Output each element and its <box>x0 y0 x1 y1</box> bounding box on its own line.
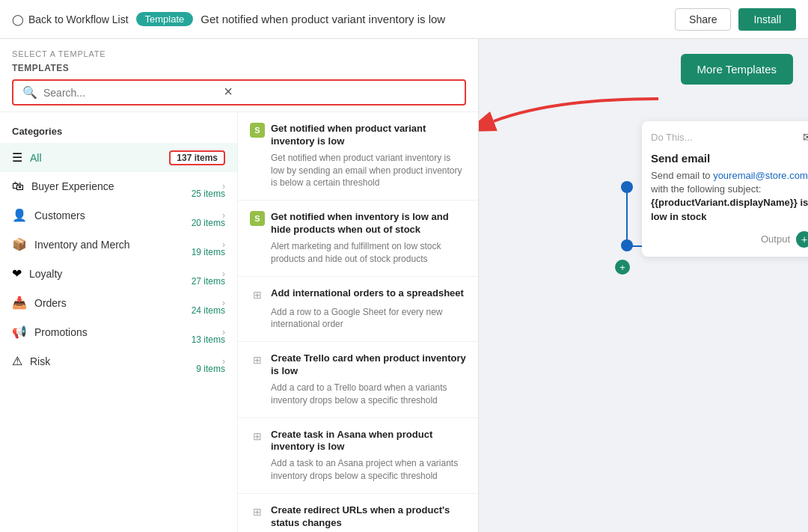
output-label: Output <box>761 233 790 245</box>
workflow-nodes: + Do This... ✉ Send email Send email to … <box>606 121 786 316</box>
modal-body: Categories ☰ All › 137 items 🛍 Buyer Exp… <box>0 112 478 532</box>
sidebar-item-buyer-experience[interactable]: 🛍 Buyer Experience › 25 items <box>0 172 237 201</box>
search-input[interactable] <box>43 87 456 99</box>
template-1-header: S Get notified when product variant inve… <box>250 123 466 148</box>
template-1-name: Get notified when product variant invent… <box>271 123 466 148</box>
sidebar-item-inventory[interactable]: 📦 Inventory and Merch › 19 items <box>0 230 237 259</box>
template-4-desc: Add a card to a Trello board when a vari… <box>271 382 466 407</box>
template-2-name: Get notified when inventory is low and h… <box>271 211 466 236</box>
search-icon: 🔍 <box>22 85 37 100</box>
template-3-name: Add international orders to a spreadshee… <box>271 287 464 300</box>
more-templates-button[interactable]: More Templates <box>681 54 793 85</box>
orders-count: 24 items <box>192 305 225 316</box>
buyer-experience-count: 25 items <box>192 189 225 199</box>
template-6-header: ⊞ Create redirect URLs when a product's … <box>250 504 466 530</box>
shopify-icon-2: S <box>250 211 265 226</box>
card-email: youremail@store.com <box>713 170 808 181</box>
customers-count: 20 items <box>192 218 225 228</box>
back-icon: ◯ <box>12 13 24 25</box>
template-4-name: Create Trello card when product inventor… <box>271 352 466 378</box>
template-2-desc: Alert marketing and fulfillment on low s… <box>271 240 466 266</box>
close-modal-button[interactable]: × <box>224 84 233 99</box>
customers-icon: 👤 <box>12 208 27 222</box>
card-desc-2: with the following subject: <box>651 183 761 195</box>
promotions-icon: 📢 <box>12 325 27 339</box>
modal-header: SELECT A TEMPLATE TEMPLATES 🔍 <box>0 39 478 112</box>
grid-icon-4: ⊞ <box>250 352 265 367</box>
email-icon: ✉ <box>803 130 808 144</box>
header-left: ◯ Back to Workflow List Template Get not… <box>12 12 445 26</box>
inventory-count: 19 items <box>192 247 225 257</box>
promotions-count: 13 items <box>192 334 225 345</box>
buyer-experience-icon: 🛍 <box>12 180 24 193</box>
loyalty-count: 27 items <box>192 276 225 287</box>
template-item-3[interactable]: ⊞ Add international orders to a spreadsh… <box>238 277 478 343</box>
templates-section-label: TEMPLATES <box>12 63 466 73</box>
template-5-header: ⊞ Create task in Asana when product inve… <box>250 429 466 454</box>
do-this-label: Do This... <box>651 132 692 143</box>
template-4-header: ⊞ Create Trello card when product invent… <box>250 352 466 378</box>
grid-icon-6: ⊞ <box>250 504 265 519</box>
install-button[interactable]: Install <box>738 8 796 31</box>
template-5-desc: Add a task to an Asana project when a va… <box>271 457 466 483</box>
template-item-4[interactable]: ⊞ Create Trello card when product invent… <box>238 342 478 418</box>
card-desc-1: Send email to <box>651 170 711 181</box>
share-button[interactable]: Share <box>675 8 731 31</box>
shopify-icon-1: S <box>250 123 265 138</box>
back-to-workflow-button[interactable]: ◯ Back to Workflow List <box>12 13 129 25</box>
card-code: {{productVariant.displayName}} is low in… <box>651 197 808 221</box>
sidebar-item-loyalty[interactable]: ❤ Loyalty › 27 items <box>0 259 237 288</box>
card-footer: Output + <box>651 231 808 248</box>
output-plus-button[interactable]: + <box>796 231 808 248</box>
risk-count: 9 items <box>196 364 225 374</box>
loyalty-icon: ❤ <box>12 266 22 281</box>
inventory-icon: 📦 <box>12 237 27 251</box>
grid-icon-5: ⊞ <box>250 429 265 444</box>
card-title: Send email <box>651 152 808 165</box>
risk-icon: ⚠ <box>12 354 22 368</box>
sidebar-item-promotions[interactable]: 📢 Promotions › 13 items <box>0 317 237 346</box>
templates-panel: S Get notified when product variant inve… <box>238 112 478 532</box>
back-label: Back to Workflow List <box>28 13 129 25</box>
add-node-button[interactable]: + <box>615 260 630 275</box>
sidebar-item-risk[interactable]: ⚠ Risk › 9 items <box>0 346 237 376</box>
cat-label-risk: Risk <box>30 355 222 367</box>
template-item-1[interactable]: S Get notified when product variant inve… <box>238 112 478 201</box>
template-item-6[interactable]: ⊞ Create redirect URLs when a product's … <box>238 494 478 532</box>
all-icon: ☰ <box>12 150 22 165</box>
template-3-header: ⊞ Add international orders to a spreadsh… <box>250 287 466 302</box>
sidebar-item-orders[interactable]: 📥 Orders › 24 items <box>0 288 237 317</box>
main-content: More Templates <box>0 39 808 532</box>
orders-icon: 📥 <box>12 296 27 310</box>
template-6-name: Create redirect URLs when a product's st… <box>271 504 466 530</box>
template-2-header: S Get notified when inventory is low and… <box>250 211 466 236</box>
search-bar: 🔍 <box>12 79 466 106</box>
template-badge: Template <box>136 12 194 26</box>
workflow-title: Get notified when product variant invent… <box>201 13 445 25</box>
header-right: Share Install <box>675 8 796 31</box>
card-description: Send email to youremail@store.com with t… <box>651 169 808 224</box>
header-bar: ◯ Back to Workflow List Template Get not… <box>0 0 808 39</box>
template-1-desc: Get notified when product variant invent… <box>271 152 466 189</box>
select-template-label: SELECT A TEMPLATE <box>12 49 466 58</box>
all-count-badge: 137 items <box>169 150 225 165</box>
do-this-card: Do This... ✉ Send email Send email to yo… <box>642 121 808 257</box>
sidebar-item-customers[interactable]: 👤 Customers › 20 items <box>0 201 237 230</box>
categories-panel: Categories ☰ All › 137 items 🛍 Buyer Exp… <box>0 112 238 532</box>
categories-header: Categories <box>0 118 237 143</box>
template-5-name: Create task in Asana when product invent… <box>271 429 466 454</box>
template-3-desc: Add a row to a Google Sheet for every ne… <box>271 306 466 331</box>
template-item-2[interactable]: S Get notified when inventory is low and… <box>238 201 478 276</box>
template-modal: SELECT A TEMPLATE TEMPLATES 🔍 × Categori… <box>0 39 479 532</box>
grid-icon-3: ⊞ <box>250 287 265 302</box>
template-item-5[interactable]: ⊞ Create task in Asana when product inve… <box>238 418 478 494</box>
sidebar-item-all[interactable]: ☰ All › 137 items <box>0 143 237 172</box>
card-header: Do This... ✉ <box>651 130 808 144</box>
